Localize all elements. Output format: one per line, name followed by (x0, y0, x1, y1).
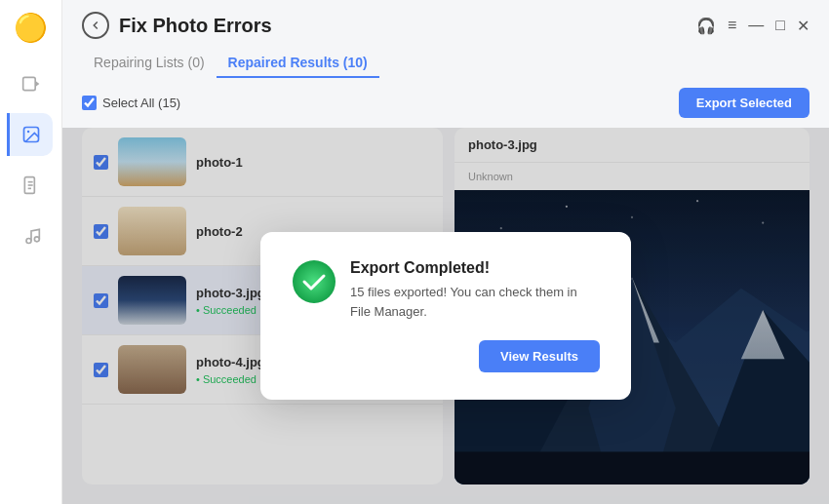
tab-repaired[interactable]: Repaired Results (10) (217, 49, 379, 78)
content-area: photo-1 photo-2 photo-3.jpg • Succeeded (62, 128, 829, 504)
select-all-checkbox[interactable] (82, 96, 97, 110)
modal-text: Export Completed! 15 files exported! You… (350, 259, 600, 321)
window-controls: 🎧 ≡ — □ ✕ (696, 17, 809, 35)
sidebar: 🟡 (0, 0, 62, 504)
close-icon[interactable]: ✕ (797, 17, 809, 35)
menu-icon[interactable]: ≡ (728, 17, 736, 34)
export-selected-button[interactable]: Export Selected (679, 88, 809, 118)
modal-title: Export Completed! (350, 259, 600, 277)
svg-marker-1 (35, 81, 39, 88)
toolbar: Select All (15) Export Selected (62, 78, 829, 128)
minimize-icon[interactable]: — (748, 17, 764, 34)
svg-point-27 (293, 260, 336, 303)
page-title: Fix Photo Errors (119, 15, 272, 37)
tab-repairing[interactable]: Repairing Lists (0) (82, 49, 217, 78)
modal-overlay: Export Completed! 15 files exported! You… (62, 128, 829, 504)
export-completed-modal: Export Completed! 15 files exported! You… (260, 232, 631, 400)
modal-actions: View Results (292, 340, 600, 372)
view-results-button[interactable]: View Results (479, 340, 600, 372)
sidebar-item-music[interactable] (10, 214, 53, 257)
headphone-icon[interactable]: 🎧 (696, 17, 716, 35)
tab-bar: Repairing Lists (0) Repaired Results (10… (62, 39, 829, 78)
success-icon (292, 259, 336, 304)
back-button[interactable] (82, 12, 109, 39)
sidebar-item-video[interactable] (10, 62, 53, 105)
modal-header: Export Completed! 15 files exported! You… (292, 259, 600, 321)
sidebar-item-photo[interactable] (7, 113, 53, 156)
select-all-label[interactable]: Select All (15) (82, 96, 180, 110)
sidebar-item-doc[interactable] (10, 164, 53, 207)
svg-point-3 (26, 131, 28, 134)
sidebar-logo: 🟡 (14, 12, 49, 47)
modal-description: 15 files exported! You can check them in… (350, 283, 600, 321)
main-content: Fix Photo Errors 🎧 ≡ — □ ✕ Repairing Lis… (62, 0, 829, 504)
title-bar: Fix Photo Errors 🎧 ≡ — □ ✕ (62, 0, 829, 39)
maximize-icon[interactable]: □ (775, 17, 785, 34)
svg-rect-0 (22, 77, 35, 90)
